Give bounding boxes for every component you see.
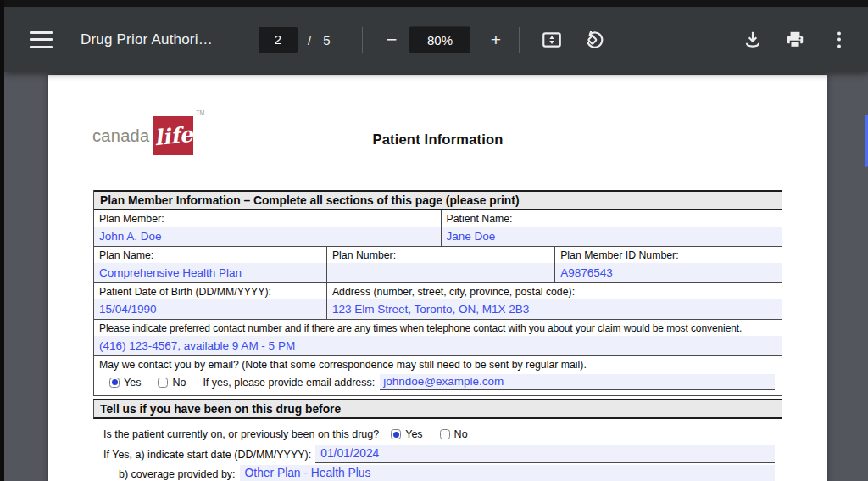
pdf-viewer-canvas: canada life TM Patient Information Plan … — [4, 72, 868, 481]
email-consent-controls: Yes No If yes, please provide email addr… — [94, 372, 782, 395]
coverage-field[interactable]: Other Plan - Health Plus — [240, 465, 775, 481]
rotate-icon[interactable] — [579, 29, 609, 51]
drug-history-no-checkbox[interactable] — [440, 429, 450, 439]
date-of-birth-label: Patient Date of Birth (DD/MM/YYYY): — [94, 283, 326, 299]
plan-member-info-table: Plan Member Information – Complete all s… — [93, 190, 782, 396]
table-row: Plan Member: John A. Doe Patient Name: J… — [94, 210, 782, 247]
page-title: Patient Information — [48, 131, 827, 148]
zoom-in-button[interactable]: + — [483, 30, 509, 50]
document-title: Drug Prior Authori… — [81, 31, 213, 48]
plan-member-label: Plan Member: — [94, 210, 441, 227]
start-date-field[interactable]: 01/01/2024 — [315, 445, 775, 463]
email-consent-label: May we contact you by email? (Note that … — [94, 356, 782, 372]
menu-bar — [30, 38, 53, 41]
drug-history-question: Is the patient currently on, or previous… — [103, 428, 468, 440]
page-total: 5 — [323, 32, 330, 47]
page-number-input[interactable]: 2 — [259, 27, 298, 53]
menu-bar — [30, 46, 53, 48]
plan-member-field[interactable]: John A. Doe — [94, 227, 441, 246]
toolbar-separator — [519, 27, 520, 53]
coverage-label: b) coverage provided by: — [119, 468, 236, 480]
pdf-page: canada life TM Patient Information Plan … — [48, 75, 827, 481]
window-frame-top — [0, 0, 868, 7]
drug-history-yes-label: Yes — [405, 428, 422, 440]
table-row: Please indicate preferred contact number… — [94, 320, 782, 356]
drug-history-question-label: Is the patient currently on, or previous… — [103, 428, 379, 440]
toolbar-separator — [362, 27, 363, 53]
plan-number-label: Plan Number: — [327, 247, 554, 263]
fit-to-page-icon[interactable] — [537, 29, 567, 51]
patient-name-label: Patient Name: — [442, 210, 782, 227]
pdf-toolbar: Drug Prior Authori… 2 / 5 − 80% + — [4, 7, 868, 72]
date-of-birth-field[interactable]: 15/04/1990 — [94, 299, 326, 319]
email-address-field[interactable]: johndoe@example.com — [380, 374, 775, 390]
page-count: / 5 — [308, 32, 331, 47]
drug-history-yes-checkbox[interactable] — [391, 429, 401, 439]
table-row: May we contact you by email? (Note that … — [94, 356, 782, 396]
start-date-label: If Yes, a) indicate start date (DD/MM/YY… — [103, 449, 311, 461]
plan-name-label: Plan Name: — [94, 247, 326, 263]
email-yes-label: Yes — [124, 377, 141, 389]
more-options-icon[interactable] — [826, 31, 852, 48]
table-row: Plan Name: Comprehensive Health Plan Pla… — [94, 247, 782, 283]
contact-number-label: Please indicate preferred contact number… — [94, 320, 782, 336]
download-icon[interactable] — [737, 29, 768, 51]
plan-member-id-field[interactable]: A9876543 — [555, 263, 782, 282]
plan-name-field[interactable]: Comprehensive Health Plan — [94, 263, 326, 282]
contact-number-field[interactable]: (416) 123-4567, available 9 AM - 5 PM — [94, 336, 782, 355]
start-date-line: If Yes, a) indicate start date (DD/MM/YY… — [103, 445, 775, 463]
email-yes-checkbox[interactable] — [109, 378, 120, 388]
zoom-level-display: 80% — [409, 26, 470, 53]
email-prompt-label: If yes, please provide email address: — [203, 377, 375, 389]
table-row: Patient Date of Birth (DD/MM/YYYY): 15/0… — [94, 283, 782, 320]
address-label: Address (number, street, city, province,… — [327, 283, 782, 299]
section1-header: Plan Member Information – Complete all s… — [94, 190, 782, 210]
coverage-line: b) coverage provided by: Other Plan - He… — [103, 465, 775, 481]
print-icon[interactable] — [780, 29, 810, 51]
plan-member-id-label: Plan Member ID Number: — [555, 247, 782, 263]
email-no-label: No — [172, 377, 186, 389]
drug-history-no-label: No — [454, 428, 468, 440]
patient-name-field[interactable]: Jane Doe — [442, 227, 782, 246]
scrollbar-thumb[interactable] — [865, 115, 868, 167]
zoom-out-button[interactable]: − — [379, 29, 404, 51]
section2-header: Tell us if you have been on this drug be… — [93, 399, 782, 419]
menu-icon[interactable] — [30, 31, 53, 48]
address-field[interactable]: 123 Elm Street, Toronto, ON, M1X 2B3 — [327, 299, 782, 319]
plan-number-field[interactable] — [327, 263, 554, 282]
trademark-symbol: TM — [196, 109, 204, 115]
window-frame-left — [0, 0, 4, 481]
menu-bar — [30, 31, 53, 34]
email-no-checkbox[interactable] — [158, 378, 168, 388]
page-divider: / — [308, 32, 311, 47]
